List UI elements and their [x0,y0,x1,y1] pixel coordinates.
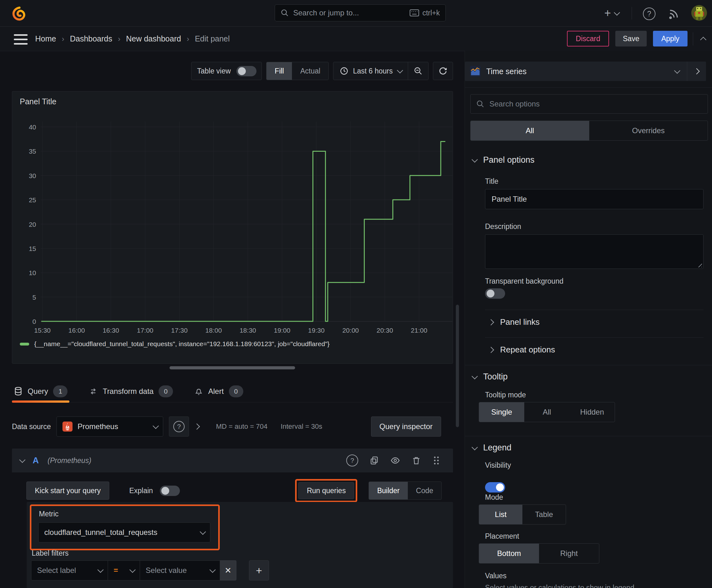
segment-code[interactable]: Code [408,482,441,499]
search-options-input[interactable]: Search options [470,94,708,114]
datasource-help-button[interactable]: ? [169,417,189,437]
hide-response-eye-icon[interactable] [390,456,400,465]
chart-panel[interactable]: Panel Title 051015202530354015:3016:0016… [12,91,453,364]
tab-transform-data[interactable]: Transform data 0 [87,381,175,402]
tab-alert[interactable]: Alert 0 [192,381,245,402]
segment-single[interactable]: Single [479,402,524,422]
breadcrumb: Home › Dashboards › New dashboard › Edit… [35,27,230,51]
discard-button[interactable]: Discard [567,31,609,46]
segment-overrides[interactable]: Overrides [589,121,708,141]
apply-button[interactable]: Apply [653,31,688,46]
segment-builder[interactable]: Builder [369,482,408,499]
drag-handle-icon[interactable] [432,456,440,465]
select-label-dropdown[interactable]: Select label [31,560,108,581]
horizontal-scrollbar[interactable] [170,366,295,370]
select-value-dropdown[interactable]: Select value [140,560,220,581]
avatar[interactable] [691,5,707,22]
add-filter-button[interactable]: + [249,560,269,581]
zoom-out-button[interactable] [408,62,428,80]
toggle-viz-panel-button[interactable] [687,69,706,74]
tab-query-count: 1 [53,385,67,397]
help-icon[interactable]: ? [643,7,655,20]
query-help-icon[interactable]: ? [346,455,358,466]
segment-table[interactable]: Table [522,505,566,524]
tooltip-section-header[interactable]: Tooltip [472,372,508,382]
chevron-down-icon [674,67,680,74]
y-axis-tick: 10 [29,269,36,276]
legend-visibility-toggle[interactable] [485,482,505,492]
table-view-toggle[interactable] [236,66,257,76]
segment-actual[interactable]: Actual [292,62,328,80]
tooltip-mode-segment: SingleAllHidden [479,402,615,422]
save-button[interactable]: Save [615,31,647,46]
tab-alert-label: Alert [208,387,223,396]
panel-title-input[interactable]: Panel Title [485,189,704,209]
query-inspector-button[interactable]: Query inspector [371,417,441,437]
collapse-up-icon[interactable] [702,37,706,41]
kickstart-query-button[interactable]: Kick start your query [26,482,109,500]
query-row-header[interactable]: A (Prometheus) ? [12,448,453,472]
breadcrumb-home[interactable]: Home [35,34,56,43]
refresh-button[interactable] [433,62,453,80]
panel-options-section-header[interactable]: Panel options [472,155,535,165]
remove-filter-button[interactable]: ✕ [220,560,236,581]
operator-dropdown[interactable]: = [108,560,140,581]
datasource-picker[interactable]: Prometheus [57,417,163,437]
segment-list[interactable]: List [479,505,522,524]
legend-title: Legend [483,443,511,453]
chart-legend[interactable]: {__name__="cloudflared_tunnel_total_requ… [20,340,330,348]
all-overrides-segment: AllOverrides [470,121,708,141]
legend-section-header[interactable]: Legend [472,443,511,453]
vertical-scrollbar[interactable] [456,305,459,427]
add-button[interactable]: + [604,6,619,21]
delete-query-trash-icon[interactable] [412,456,421,465]
divider [465,436,712,436]
breadcrumb-new-dashboard[interactable]: New dashboard [126,34,181,43]
global-search-input[interactable]: Search or jump to... ctrl+k [275,4,446,21]
duplicate-icon[interactable] [369,456,379,465]
segment-bottom[interactable]: Bottom [479,544,539,563]
run-queries-button[interactable]: Run queries [298,482,354,499]
time-series-viz-icon [470,66,481,77]
chevron-down-icon [397,67,403,74]
visualization-picker[interactable]: Time series [465,62,706,81]
segment-right[interactable]: Right [539,544,599,563]
refresh-icon [438,66,448,76]
time-range-picker[interactable]: Last 6 hours [333,62,408,80]
y-axis-tick: 40 [29,123,36,131]
segment-all[interactable]: All [471,121,589,141]
time-series-chart[interactable]: 051015202530354015:3016:0016:3017:0017:3… [12,111,453,335]
news-rss-icon[interactable] [668,7,680,19]
transform-icon [89,387,98,396]
x-axis-tick: 19:30 [308,327,325,334]
divider [485,310,704,310]
description-textarea[interactable] [485,234,704,269]
segment-hidden[interactable]: Hidden [569,402,615,422]
grafana-logo-icon[interactable] [11,5,27,23]
explain-toggle[interactable] [160,486,180,496]
legend-series-label[interactable]: {__name__="cloudflared_tunnel_total_requ… [34,340,330,348]
panel-links-section[interactable]: Panel links [489,317,540,327]
tooltip-mode-label: Tooltip mode [485,391,526,399]
tab-transform-count: 0 [158,385,173,397]
clock-icon [340,67,348,76]
zoom-out-icon [414,67,423,76]
metric-select[interactable]: cloudflared_tunnel_total_requests [38,522,210,543]
panel-links-title: Panel links [500,317,540,327]
segment-fill[interactable]: Fill [266,62,292,80]
chevron-right-icon[interactable] [194,423,200,430]
x-axis-tick: 16:00 [68,327,85,334]
breadcrumb-dashboards[interactable]: Dashboards [70,34,112,43]
resize-handle[interactable] [697,262,702,267]
tab-query[interactable]: Query 1 [12,381,69,402]
repeat-options-section[interactable]: Repeat options [489,345,555,355]
tooltip-title: Tooltip [483,372,508,382]
x-axis-tick: 15:30 [34,327,51,334]
plus-icon: + [604,6,611,20]
breadcrumb-separator: › [118,35,121,43]
transparent-bg-toggle[interactable] [485,288,505,299]
menu-toggle-icon[interactable] [14,34,28,45]
segment-all[interactable]: All [524,402,569,422]
search-placeholder: Search or jump to... [293,8,405,17]
collapse-query-icon[interactable] [19,457,25,463]
